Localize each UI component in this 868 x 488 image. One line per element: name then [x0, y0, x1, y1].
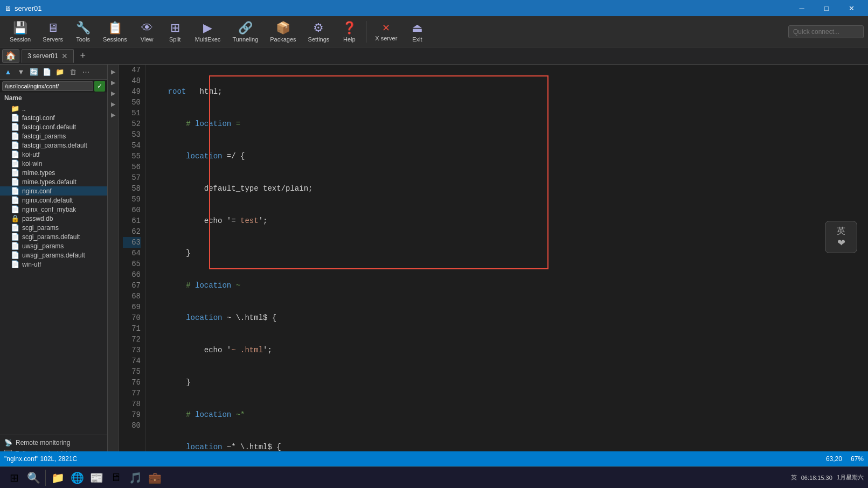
taskbar-news[interactable]: 📰: [87, 468, 106, 487]
file-icon: 🔒: [11, 214, 19, 222]
taskbar-separator: [45, 470, 46, 486]
packages-icon: 📦: [276, 21, 290, 35]
list-item[interactable]: 📄 win-utf: [0, 260, 107, 269]
zoom-level: 67%: [851, 455, 864, 463]
tab-home-button[interactable]: 🏠: [2, 49, 19, 63]
split-icon: ⊞: [170, 21, 180, 35]
multiexec-icon: ▶: [203, 21, 212, 35]
file-icon: 📄: [11, 233, 19, 241]
file-item-parent[interactable]: 📁 ..: [0, 104, 107, 113]
strip-btn-3[interactable]: ▶: [108, 88, 118, 98]
list-item[interactable]: 📄 fastcgi_params: [0, 131, 107, 141]
tab-server01[interactable]: 3 server01 ✕: [22, 49, 74, 63]
list-item[interactable]: 📄 koi-utf: [0, 150, 107, 159]
close-button[interactable]: ✕: [839, 0, 864, 16]
code-line-51: echo '= test';: [150, 215, 864, 226]
sidebar-refresh-btn[interactable]: 🔄: [28, 66, 40, 78]
minimize-button[interactable]: ─: [789, 0, 814, 16]
float-widget[interactable]: 英 ❤: [825, 221, 857, 253]
strip-btn-1[interactable]: ▶: [108, 67, 118, 76]
editor: 47 48 49 50 51 52 53 54 55 56 57 58 59 6…: [119, 65, 868, 461]
sidebar-up-btn[interactable]: ▲: [2, 66, 14, 78]
sessions-icon: 📋: [108, 21, 122, 35]
file-tree[interactable]: 📁 .. 📄 fastcgi.conf 📄 fastcgi.conf.defau…: [0, 103, 107, 435]
taskbar-app1[interactable]: 🎵: [126, 468, 145, 487]
file-item-label: uwsgi_params: [22, 242, 64, 250]
taskbar-right: 英 06:18:15:30 1月星期六: [791, 473, 864, 482]
code-line-52: }: [150, 248, 864, 259]
toolbar-view[interactable]: 👁 View: [134, 19, 161, 45]
remote-monitoring-item[interactable]: 📡 Remote monitoring: [4, 437, 103, 448]
strip-btn-2[interactable]: ▶: [108, 78, 118, 87]
strip-btn-5[interactable]: ▶: [108, 110, 118, 120]
tab-close-button[interactable]: ✕: [61, 52, 68, 60]
code-line-58: location ~* \.html$ {: [150, 442, 864, 452]
list-item[interactable]: 🔒 passwd.db: [0, 214, 107, 223]
taskbar-search[interactable]: 🔍: [24, 468, 43, 487]
file-icon: 📄: [11, 242, 19, 250]
list-item[interactable]: 📄 mime.types.default: [0, 177, 107, 186]
toolbar: 💾 Session 🖥 Servers 🔧 Tools 📋 Sessions 👁…: [0, 16, 868, 47]
toolbar-session[interactable]: 💾 Session: [4, 19, 36, 45]
sidebar-new-folder-btn[interactable]: 📁: [54, 66, 66, 78]
file-item-label: fastcgi_params: [22, 133, 66, 140]
quick-connect-input[interactable]: [788, 25, 864, 38]
window-controls: ─ □ ✕: [789, 0, 864, 16]
help-icon: ❓: [342, 21, 357, 35]
list-item[interactable]: 📄 scgi_params.default: [0, 232, 107, 241]
code-line-49: location =/ {: [150, 151, 864, 162]
tab-add-button[interactable]: +: [76, 49, 90, 63]
file-column-name: Name: [4, 94, 22, 102]
toolbar-view-label: View: [141, 36, 154, 43]
toolbar-tunneling[interactable]: 🔗 Tunneling: [227, 19, 263, 45]
toolbar-servers[interactable]: 🖥 Servers: [37, 19, 68, 45]
list-item[interactable]: 📄 uwsgi_params: [0, 241, 107, 250]
toolbar-tools[interactable]: 🔧 Tools: [70, 19, 96, 45]
strip-btn-4[interactable]: ▶: [108, 99, 118, 109]
code-content[interactable]: root html; # location = location =/ { de…: [145, 65, 868, 461]
taskbar-start[interactable]: ⊞: [4, 468, 24, 487]
statusbar-left: "nginx.conf" 102L, 2821C: [4, 455, 822, 463]
list-item[interactable]: 📄 mime.types: [0, 168, 107, 177]
toolbar-packages[interactable]: 📦 Packages: [265, 19, 301, 45]
sidebar-down-btn[interactable]: ▼: [15, 66, 27, 78]
maximize-button[interactable]: □: [814, 0, 839, 16]
servers-icon: 🖥: [47, 21, 59, 35]
view-icon: 👁: [141, 21, 153, 35]
code-area[interactable]: 47 48 49 50 51 52 53 54 55 56 57 58 59 6…: [119, 65, 868, 461]
taskbar-app2[interactable]: 💼: [145, 468, 164, 487]
app-icon: 🖥: [4, 4, 11, 12]
list-item[interactable]: 📄 koi-win: [0, 159, 107, 168]
list-item[interactable]: 📄 fastcgi.conf.default: [0, 122, 107, 131]
statusbar: "nginx.conf" 102L, 2821C 63,20 67%: [0, 451, 868, 466]
list-item[interactable]: 📄 nginx.conf.default: [0, 196, 107, 205]
windows-taskbar: ⊞ 🔍 📁 🌐 📰 🖥 🎵 💼 英 06:18:15:30 1月星期六: [0, 466, 868, 488]
taskbar-explorer[interactable]: 📁: [48, 468, 67, 487]
sidebar-delete-btn[interactable]: 🗑: [67, 66, 79, 78]
list-item[interactable]: 📄 scgi_params: [0, 223, 107, 232]
file-item-label: koi-win: [22, 160, 42, 168]
list-item[interactable]: 📄 fastcgi.conf: [0, 113, 107, 122]
taskbar-edge[interactable]: 🌐: [67, 468, 87, 487]
sidebar-more-btn[interactable]: ⋯: [80, 66, 92, 78]
toolbar-split[interactable]: ⊞ Split: [162, 19, 189, 45]
taskbar-terminal[interactable]: 🖥: [106, 468, 126, 487]
path-ok-button[interactable]: ✓: [94, 81, 105, 92]
file-item-label: scgi_params.default: [22, 233, 80, 241]
list-item[interactable]: 📄 fastcgi_params.default: [0, 141, 107, 150]
toolbar-settings[interactable]: ⚙ Settings: [303, 19, 335, 45]
file-item-label: nginx.conf.default: [22, 197, 73, 204]
list-item[interactable]: 📄 nginx_conf_mybak: [0, 205, 107, 214]
toolbar-xserver-label: X server: [375, 35, 397, 41]
toolbar-help[interactable]: ❓ Help: [336, 19, 363, 45]
list-item[interactable]: 📄 uwsgi_params.default: [0, 250, 107, 260]
toolbar-multiexec[interactable]: ▶ MultiExec: [190, 19, 226, 45]
toolbar-sessions[interactable]: 📋 Sessions: [98, 19, 133, 45]
toolbar-xserver[interactable]: ✕ X server: [370, 20, 402, 44]
toolbar-tunneling-label: Tunneling: [232, 36, 258, 43]
path-input[interactable]: [2, 81, 93, 91]
sidebar-new-file-btn[interactable]: 📄: [41, 66, 53, 78]
xserver-icon: ✕: [382, 22, 390, 34]
toolbar-exit[interactable]: ⏏ Exit: [404, 19, 430, 45]
list-item[interactable]: 📄 nginx.conf: [0, 186, 107, 196]
